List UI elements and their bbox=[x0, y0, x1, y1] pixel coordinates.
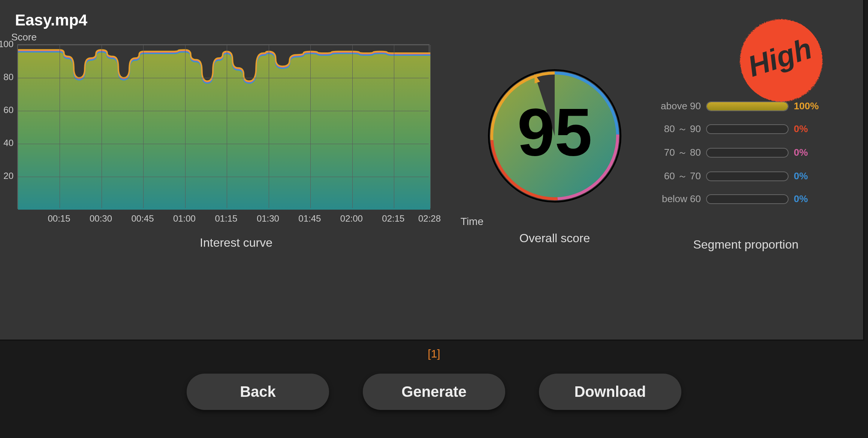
y-tick: 20 bbox=[3, 171, 13, 181]
quality-badge: High bbox=[732, 11, 829, 109]
segment-label: 80 ～ 90 bbox=[652, 122, 701, 136]
file-title: Easy.mp4 bbox=[15, 11, 848, 29]
segment-bar bbox=[706, 124, 789, 134]
y-tick: 40 bbox=[3, 138, 13, 148]
footer: [1] Back Generate Download bbox=[0, 341, 868, 410]
segment-label: above 90 bbox=[652, 100, 701, 112]
interest-curve-section: Score 20406080100 Time 00:150 bbox=[15, 44, 457, 250]
x-axis-label: Time bbox=[461, 216, 483, 228]
interest-curve-title: Interest curve bbox=[15, 236, 457, 250]
interest-curve-plot bbox=[17, 44, 430, 209]
segment-proportion-section: above 90100%80 ～ 900%70 ～ 800%60 ～ 700%b… bbox=[652, 100, 840, 252]
segment-proportion-title: Segment proportion bbox=[693, 238, 798, 252]
segment-label: 70 ～ 80 bbox=[652, 146, 701, 159]
overall-score-value: 95 bbox=[517, 93, 592, 171]
segment-percent: 0% bbox=[794, 193, 828, 205]
segment-row: below 600% bbox=[652, 193, 840, 205]
y-ticks: 20406080100 bbox=[0, 44, 13, 209]
analysis-panel: Easy.mp4 High Score 20406080100 bbox=[0, 0, 864, 341]
overall-score-section: 95 Overall score bbox=[472, 48, 637, 245]
segment-percent: 0% bbox=[794, 147, 828, 158]
segment-percent: 0% bbox=[794, 170, 828, 182]
back-button[interactable]: Back bbox=[187, 374, 329, 410]
score-gauge: 95 bbox=[483, 48, 626, 224]
segment-row: 70 ～ 800% bbox=[652, 146, 840, 159]
y-tick: 80 bbox=[3, 72, 13, 82]
x-tick: 00:45 bbox=[131, 213, 154, 224]
download-button[interactable]: Download bbox=[539, 374, 681, 410]
x-tick: 00:30 bbox=[90, 213, 112, 224]
segment-bar bbox=[706, 171, 789, 181]
y-axis-label: Score bbox=[11, 31, 37, 43]
x-tick: 02:15 bbox=[382, 213, 404, 224]
segment-label: 60 ～ 70 bbox=[652, 170, 701, 183]
y-tick: 60 bbox=[3, 105, 13, 115]
segment-row: 80 ～ 900% bbox=[652, 122, 840, 136]
x-tick: 02:00 bbox=[340, 213, 363, 224]
segment-bar bbox=[706, 148, 789, 158]
segment-percent: 0% bbox=[794, 123, 828, 135]
x-tick: 02:28 bbox=[418, 213, 441, 224]
segment-row: 60 ～ 700% bbox=[652, 170, 840, 183]
segment-bar bbox=[706, 194, 789, 204]
x-tick: 01:15 bbox=[215, 213, 237, 224]
x-tick: 01:30 bbox=[257, 213, 279, 224]
segment-label: below 60 bbox=[652, 193, 701, 205]
generate-button[interactable]: Generate bbox=[363, 374, 505, 410]
x-tick: 01:45 bbox=[298, 213, 321, 224]
x-tick: 01:00 bbox=[173, 213, 196, 224]
y-tick: 100 bbox=[0, 39, 13, 49]
x-tick: 00:15 bbox=[48, 213, 70, 224]
x-ticks: 00:1500:3000:4501:0001:1501:3001:4502:00… bbox=[17, 213, 430, 225]
overall-score-title: Overall score bbox=[519, 231, 590, 245]
page-indicator: [1] bbox=[0, 347, 868, 360]
